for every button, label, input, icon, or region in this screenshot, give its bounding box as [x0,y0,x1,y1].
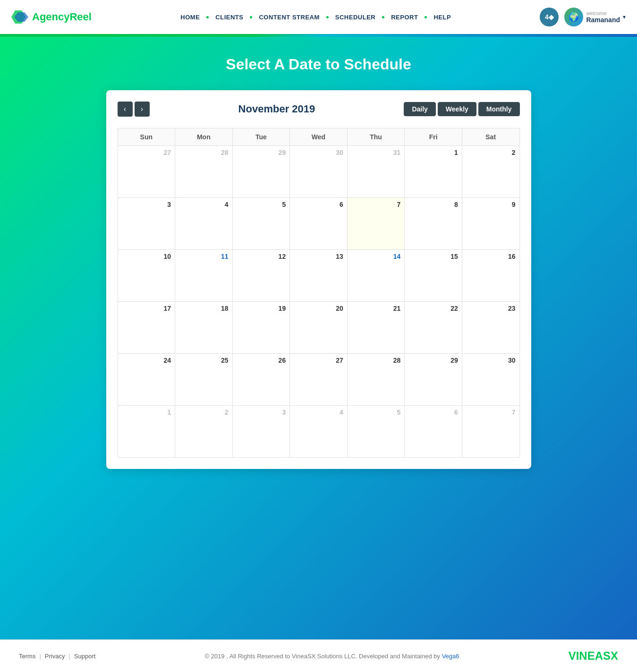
calendar-cell[interactable]: 31 [347,146,405,198]
calendar-cell[interactable]: 28 [175,146,233,198]
header-right: 4◆ 🌍 welcome Ramanand ▾ [540,8,626,26]
calendar-cell[interactable]: 11 [175,250,233,302]
day-number: 27 [294,357,343,364]
footer-copyright: © 2019 , All Rights Reserved to VineaSX … [204,653,459,660]
day-number: 16 [466,253,516,260]
nav-report[interactable]: REPORT [387,14,422,21]
calendar-cell[interactable]: 6 [290,198,348,250]
calendar-cell[interactable]: 27 [290,354,348,406]
calendar-cell[interactable]: 1 [118,406,175,458]
nav-dot-5 [425,16,427,18]
main-nav: HOME CLIENTS CONTENT STREAM SCHEDULER RE… [177,14,455,21]
vega6-link[interactable]: Vega6 [442,653,459,660]
calendar-cell[interactable]: 2 [462,146,519,198]
calendar-cell[interactable]: 29 [405,354,462,406]
day-number: 2 [179,408,229,416]
calendar-cell[interactable]: 18 [175,302,233,354]
calendar-cell[interactable]: 6 [405,406,462,458]
calendar-cell[interactable]: 30 [290,146,348,198]
header: AgencyReel HOME CLIENTS CONTENT STREAM S… [0,0,637,34]
calendar-cell[interactable]: 13 [290,250,348,302]
col-tue: Tue [232,128,290,146]
day-number: 24 [122,357,171,364]
calendar-cell[interactable]: 30 [462,354,519,406]
calendar-cell[interactable]: 3 [232,406,290,458]
calendar-cell[interactable]: 20 [290,302,348,354]
user-info: welcome Ramanand [586,10,620,24]
footer-sep-1: | [39,653,41,660]
day-number: 7 [466,408,516,416]
support-link[interactable]: Support [74,653,96,660]
terms-link[interactable]: Terms [19,653,35,660]
day-number: 20 [294,305,343,312]
day-number: 17 [122,305,171,312]
calendar-cell[interactable]: 8 [405,198,462,250]
privacy-link[interactable]: Privacy [45,653,65,660]
calendar-cell[interactable]: 5 [232,198,290,250]
calendar-cell[interactable]: 27 [118,146,175,198]
day-number: 27 [122,149,171,156]
calendar-cell[interactable]: 29 [232,146,290,198]
day-number: 13 [294,253,343,260]
user-name: Ramanand [586,16,620,24]
calendar-cell[interactable]: 22 [405,302,462,354]
calendar-cell[interactable]: 10 [118,250,175,302]
main-content: Select A Date to Schedule ‹ › November 2… [0,37,637,639]
daily-view-button[interactable]: Daily [404,102,435,116]
next-month-button[interactable]: › [135,102,150,117]
logo[interactable]: AgencyReel [11,9,92,26]
day-number: 5 [351,408,401,416]
day-number: 14 [351,253,401,260]
calendar-cell[interactable]: 14 [347,250,405,302]
calendar-cell[interactable]: 4 [175,198,233,250]
calendar-cell[interactable]: 28 [347,354,405,406]
day-number: 28 [179,149,229,156]
calendar-cell[interactable]: 3 [118,198,175,250]
nav-dot-1 [206,16,209,18]
footer-links: Terms | Privacy | Support [19,653,95,660]
calendar-cell[interactable]: 5 [347,406,405,458]
nav-content-stream[interactable]: CONTENT STREAM [255,14,323,21]
day-number: 3 [122,201,171,208]
calendar-cell[interactable]: 26 [232,354,290,406]
calendar-cell[interactable]: 4 [290,406,348,458]
col-wed: Wed [290,128,348,146]
user-menu[interactable]: 🌍 welcome Ramanand ▾ [564,8,626,26]
nav-clients[interactable]: CLIENTS [212,14,247,21]
calendar-cell[interactable]: 7 [347,198,405,250]
prev-month-button[interactable]: ‹ [118,102,133,117]
calendar-cell[interactable]: 21 [347,302,405,354]
calendar-cell[interactable]: 24 [118,354,175,406]
day-number: 30 [294,149,343,156]
day-number: 18 [179,305,229,312]
logo-icon [11,9,28,26]
calendar-cell[interactable]: 12 [232,250,290,302]
calendar-cell[interactable]: 25 [175,354,233,406]
calendar-cell[interactable]: 23 [462,302,519,354]
notification-button[interactable]: 4◆ [540,8,559,26]
day-number: 31 [351,149,401,156]
day-number: 29 [237,149,286,156]
chevron-down-icon: ▾ [623,14,626,20]
calendar-cell[interactable]: 2 [175,406,233,458]
day-number: 11 [179,253,229,260]
day-number: 4 [179,201,229,208]
calendar-cell[interactable]: 17 [118,302,175,354]
calendar-cell[interactable]: 1 [405,146,462,198]
weekly-view-button[interactable]: Weekly [438,102,476,116]
calendar-cell[interactable]: 19 [232,302,290,354]
col-sun: Sun [118,128,175,146]
col-fri: Fri [405,128,462,146]
calendar-cell[interactable]: 16 [462,250,519,302]
day-number: 21 [351,305,401,312]
col-sat: Sat [462,128,519,146]
monthly-view-button[interactable]: Monthly [478,102,520,116]
calendar-cell[interactable]: 7 [462,406,519,458]
nav-help[interactable]: HELP [430,14,455,21]
day-number: 4 [294,408,343,416]
day-number: 3 [237,408,286,416]
calendar-cell[interactable]: 15 [405,250,462,302]
calendar-cell[interactable]: 9 [462,198,519,250]
nav-home[interactable]: HOME [177,14,204,21]
nav-scheduler[interactable]: SCHEDULER [331,14,379,21]
